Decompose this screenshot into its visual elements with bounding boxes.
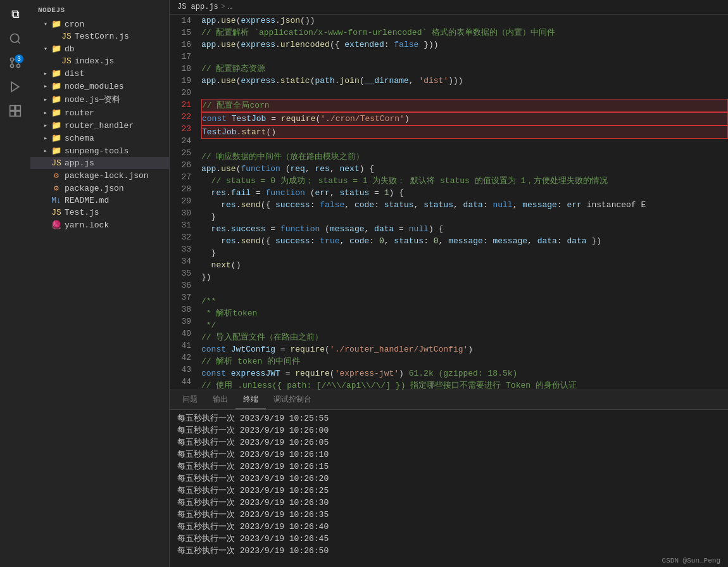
sidebar-item-nodejs-resource[interactable]: ▸ 📁 node.js—资料: [30, 92, 169, 106]
breadcrumb-ellipsis: …: [228, 3, 232, 11]
code-line: // 响应数据的中间件（放在路由模块之前）: [201, 151, 728, 163]
code-line: [201, 87, 728, 99]
code-line: * 解析token: [201, 307, 728, 319]
js-file-icon: JS: [51, 208, 62, 217]
chevron-right-icon: ▸: [41, 70, 51, 77]
line-num: 33: [177, 243, 191, 255]
breadcrumb: JS app.js > …: [170, 0, 728, 15]
terminal-line: 每五秒执行一次 2023/9/19 10:26:35: [177, 509, 720, 521]
folder-icon: 📁: [51, 19, 62, 29]
sidebar-item-package[interactable]: ⚙ package.json: [30, 182, 169, 194]
code-line[interactable]: res.success = function (message, data = …: [201, 223, 728, 235]
sidebar-title: NODEJS: [30, 0, 169, 18]
code-line[interactable]: res.fail = function (err, status = 1) {: [201, 187, 728, 199]
svg-line-1: [18, 41, 20, 44]
code-line[interactable]: app.use(express.json()): [201, 15, 728, 27]
svg-rect-8: [10, 111, 15, 117]
folder-icon: 📁: [51, 108, 62, 118]
sidebar-item-schema[interactable]: ▸ 📁 schema: [30, 132, 169, 144]
tab-output[interactable]: 输出: [205, 390, 235, 409]
code-line[interactable]: app.use(express.urlencoded({ extended: f…: [201, 39, 728, 51]
tab-debug-console[interactable]: 调试控制台: [266, 390, 319, 409]
line-num: 21: [177, 99, 191, 111]
code-line[interactable]: const expressJWT = require('express-jwt'…: [201, 367, 728, 379]
sidebar-item-label: yarn.lock: [65, 220, 109, 230]
code-container: 14 15 16 17 18 19 20 21 22 23 24 25 26 2…: [170, 15, 728, 390]
line-num: 23: [177, 123, 191, 135]
tab-problems[interactable]: 问题: [175, 390, 205, 409]
line-num: 31: [177, 219, 191, 231]
line-num: 15: [177, 27, 191, 39]
code-line[interactable]: }: [201, 211, 728, 223]
sidebar-item-router-handler[interactable]: ▸ 📁 router_handler: [30, 119, 169, 132]
sidebar-item-test-js[interactable]: JS Test.js: [30, 207, 169, 219]
svg-marker-5: [11, 82, 19, 92]
code-line[interactable]: const TestJob = require('./cron/TestCorn…: [201, 112, 728, 125]
code-line: // 配置全局corn: [201, 99, 728, 112]
sidebar-item-app-js[interactable]: JS app.js: [30, 157, 169, 169]
git-icon[interactable]: 3: [6, 53, 25, 72]
js-file-icon: JS: [51, 158, 62, 168]
code-line: */: [201, 319, 728, 331]
terminal-output[interactable]: 每五秒执行一次 2023/9/19 10:25:55 每五秒执行一次 2023/…: [170, 410, 728, 554]
code-line[interactable]: res.send({ success: true, code: 0, statu…: [201, 235, 728, 247]
terminal-line: 每五秒执行一次 2023/9/19 10:25:55: [177, 412, 720, 424]
svg-point-3: [11, 58, 14, 61]
json-file-icon: ⚙: [51, 170, 62, 181]
sidebar-item-sunpeng-tools[interactable]: ▸ 📁 sunpeng-tools: [30, 144, 169, 157]
svg-point-4: [11, 65, 14, 68]
sidebar-item-node-modules[interactable]: ▸ 📁 node_modules: [30, 80, 169, 92]
breadcrumb-sep: >: [221, 3, 225, 11]
sidebar-item-yarn-lock[interactable]: 🧶 yarn.lock: [30, 219, 169, 231]
sidebar-item-label: README.md: [65, 196, 109, 205]
sidebar-item-package-lock[interactable]: ⚙ package-lock.json: [30, 169, 169, 182]
folder-icon: 📁: [51, 68, 62, 79]
chevron-right-icon: ▸: [41, 109, 51, 117]
code-line[interactable]: }: [201, 247, 728, 259]
line-num: 37: [177, 291, 191, 303]
code-line[interactable]: res.send({ success: false, code: status,…: [201, 199, 728, 211]
sidebar-item-cron[interactable]: ▾ 📁 cron: [30, 18, 169, 30]
code-line: // 配置静态资源: [201, 63, 728, 75]
extensions-icon[interactable]: [6, 101, 25, 120]
line-num: 39: [177, 315, 191, 328]
sidebar-item-label: router: [65, 108, 94, 118]
search-icon[interactable]: [6, 29, 25, 48]
code-line[interactable]: next(): [201, 259, 728, 271]
line-num: 27: [177, 171, 191, 183]
explorer-icon[interactable]: ⧉: [6, 5, 25, 24]
sidebar-item-label: TestCorn.js: [75, 32, 129, 41]
line-num: 44: [177, 376, 191, 388]
sidebar-item-db[interactable]: ▾ 📁 db: [30, 42, 169, 55]
sidebar-item-dist[interactable]: ▸ 📁 dist: [30, 67, 169, 80]
code-line: [201, 139, 728, 151]
sidebar-item-readme[interactable]: M↓ README.md: [30, 194, 169, 207]
sidebar-item-index[interactable]: JS index.js: [30, 55, 169, 67]
terminal-line: 每五秒执行一次 2023/9/19 10:26:20: [177, 473, 720, 485]
terminal-footer: CSDN @Sun_Peng: [170, 554, 728, 567]
sidebar-item-label: dist: [65, 69, 84, 79]
lock-file-icon: 🧶: [51, 220, 62, 230]
sidebar-item-label: package-lock.json: [65, 171, 149, 181]
sidebar-item-router[interactable]: ▸ 📁 router: [30, 106, 169, 119]
code-line: // 配置解析 `application/x-www-form-urlencod…: [201, 27, 728, 39]
code-line[interactable]: app.use(function (req, res, next) {: [201, 163, 728, 175]
line-num: 32: [177, 231, 191, 243]
terminal-line: 每五秒执行一次 2023/9/19 10:26:30: [177, 497, 720, 509]
sidebar-item-testcorn[interactable]: JS TestCorn.js: [30, 30, 169, 42]
code-line[interactable]: }): [201, 271, 728, 283]
sidebar-item-label: node.js—资料: [65, 94, 120, 105]
svg-point-2: [17, 65, 20, 68]
breadcrumb-file: JS app.js: [177, 3, 218, 11]
debug-icon[interactable]: [6, 77, 25, 96]
chevron-right-icon: ▸: [41, 122, 51, 129]
code-line[interactable]: TestJob.start(): [201, 125, 728, 139]
line-num: 14: [177, 15, 191, 27]
code-line[interactable]: const JwtConfig = require('./router_hand…: [201, 343, 728, 355]
line-num: 43: [177, 364, 191, 376]
editor-area: 14 15 16 17 18 19 20 21 22 23 24 25 26 2…: [170, 15, 728, 390]
code-line[interactable]: app.use(express.static(path.join(__dirna…: [201, 75, 728, 87]
line-num: 25: [177, 147, 191, 159]
sidebar: NODEJS ▾ 📁 cron JS TestCorn.js ▾ 📁 db JS…: [30, 0, 170, 567]
tab-terminal[interactable]: 终端: [235, 390, 266, 409]
